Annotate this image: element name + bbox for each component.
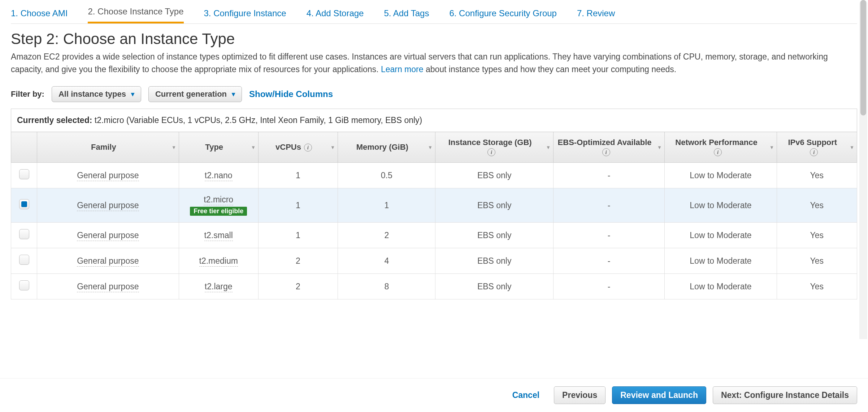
wizard-step-4[interactable]: 4. Add Storage — [307, 8, 364, 23]
cell-network: Low to Moderate — [665, 274, 777, 299]
row-checkbox[interactable] — [19, 199, 29, 209]
chevron-down-icon: ▾ — [232, 90, 235, 98]
cell-memory: 2 — [338, 223, 435, 248]
row-checkbox[interactable] — [19, 229, 29, 239]
type-text: t2.large — [205, 282, 233, 292]
cell-storage: EBS only — [435, 274, 553, 299]
scrollbar[interactable] — [859, 0, 867, 339]
row-checkbox[interactable] — [19, 280, 29, 290]
type-text: t2.medium — [199, 256, 238, 267]
wizard-step-7[interactable]: 7. Review — [577, 8, 615, 23]
info-icon[interactable]: i — [714, 148, 722, 156]
cell-ipv6: Yes — [777, 274, 857, 299]
show-hide-columns-link[interactable]: Show/Hide Columns — [249, 89, 333, 99]
cell-type: t2.nano — [179, 163, 258, 188]
cell-type: t2.microFree tier eligible — [179, 188, 258, 223]
info-icon[interactable]: i — [304, 144, 312, 152]
table-row[interactable]: General purposet2.nano10.5EBS only-Low t… — [11, 163, 857, 188]
instance-type-table: Family▾ Type▾ vCPUsi▾ Memory (GiB)▾ Inst… — [11, 132, 857, 299]
col-storage[interactable]: Instance Storage (GB)i▾ — [435, 132, 553, 163]
cell-family: General purpose — [37, 188, 179, 223]
family-text: General purpose — [77, 201, 139, 211]
free-tier-badge: Free tier eligible — [190, 207, 247, 216]
cell-ebs: - — [553, 223, 664, 248]
col-type[interactable]: Type▾ — [179, 132, 258, 163]
cell-network: Low to Moderate — [665, 188, 777, 223]
table-row[interactable]: General purposet2.medium24EBS only-Low t… — [11, 248, 857, 274]
cell-type: t2.medium — [179, 248, 258, 274]
cell-memory: 0.5 — [338, 163, 435, 188]
wizard-step-1[interactable]: 1. Choose AMI — [11, 8, 68, 23]
cell-ipv6: Yes — [777, 188, 857, 223]
cell-ebs: - — [553, 163, 664, 188]
scrollbar-thumb[interactable] — [860, 0, 866, 115]
cell-network: Low to Moderate — [665, 223, 777, 248]
cell-storage: EBS only — [435, 248, 553, 274]
row-checkbox[interactable] — [19, 169, 29, 179]
info-icon[interactable]: i — [487, 148, 495, 156]
cell-vcpus: 2 — [258, 248, 338, 274]
table-row[interactable]: General purposet2.large28EBS only-Low to… — [11, 274, 857, 299]
sort-icon: ▾ — [851, 144, 853, 150]
cell-storage: EBS only — [435, 163, 553, 188]
cell-vcpus: 2 — [258, 274, 338, 299]
type-text: t2.micro — [204, 195, 233, 205]
filter-instance-types-dropdown[interactable]: All instance types ▾ — [52, 86, 141, 102]
col-ipv6[interactable]: IPv6 Supporti▾ — [777, 132, 857, 163]
type-text: t2.nano — [205, 171, 233, 181]
info-icon[interactable]: i — [602, 148, 610, 156]
chevron-down-icon: ▾ — [131, 90, 134, 98]
table-row[interactable]: General purposet2.microFree tier eligibl… — [11, 188, 857, 223]
table-row[interactable]: General purposet2.small12EBS only-Low to… — [11, 223, 857, 248]
col-family[interactable]: Family▾ — [37, 132, 179, 163]
learn-more-link[interactable]: Learn more — [381, 65, 424, 74]
page-description: Amazon EC2 provides a wide selection of … — [11, 51, 845, 75]
cell-network: Low to Moderate — [665, 248, 777, 274]
cell-memory: 8 — [338, 274, 435, 299]
filter-generation-label: Current generation — [155, 89, 227, 99]
family-text: General purpose — [77, 231, 139, 241]
info-icon[interactable]: i — [810, 148, 818, 156]
cell-family: General purpose — [37, 163, 179, 188]
family-text: General purpose — [77, 171, 139, 181]
cell-ipv6: Yes — [777, 223, 857, 248]
filter-label: Filter by: — [11, 89, 44, 99]
row-checkbox[interactable] — [19, 255, 29, 265]
sort-icon: ▾ — [173, 144, 175, 150]
col-vcpus[interactable]: vCPUsi▾ — [258, 132, 338, 163]
wizard-step-3[interactable]: 3. Configure Instance — [204, 8, 286, 23]
wizard-step-2: 2. Choose Instance Type — [88, 6, 183, 23]
filter-instance-types-label: All instance types — [58, 89, 126, 99]
col-memory[interactable]: Memory (GiB)▾ — [338, 132, 435, 163]
col-checkbox[interactable] — [11, 132, 37, 163]
desc-text-b: about instance types and how they can me… — [424, 65, 677, 74]
cell-checkbox[interactable] — [11, 223, 37, 248]
filter-generation-dropdown[interactable]: Current generation ▾ — [148, 86, 242, 102]
cell-vcpus: 1 — [258, 188, 338, 223]
cell-family: General purpose — [37, 274, 179, 299]
cell-checkbox[interactable] — [11, 274, 37, 299]
cell-vcpus: 1 — [258, 223, 338, 248]
page-title: Step 2: Choose an Instance Type — [11, 30, 857, 48]
sort-icon: ▾ — [771, 144, 773, 150]
family-text: General purpose — [77, 256, 139, 267]
cell-checkbox[interactable] — [11, 163, 37, 188]
sort-icon: ▾ — [252, 144, 255, 150]
cell-ebs: - — [553, 274, 664, 299]
col-network[interactable]: Network Performancei▾ — [665, 132, 777, 163]
cell-ipv6: Yes — [777, 163, 857, 188]
sort-icon: ▾ — [429, 144, 431, 150]
cell-family: General purpose — [37, 248, 179, 274]
wizard-step-5[interactable]: 5. Add Tags — [384, 8, 429, 23]
cell-checkbox[interactable] — [11, 188, 37, 223]
currently-selected-label: Currently selected: — [17, 115, 92, 125]
col-ebs[interactable]: EBS-Optimized Available i▾ — [553, 132, 664, 163]
cell-family: General purpose — [37, 223, 179, 248]
cell-type: t2.small — [179, 223, 258, 248]
cell-network: Low to Moderate — [665, 163, 777, 188]
cell-checkbox[interactable] — [11, 248, 37, 274]
cell-ipv6: Yes — [777, 248, 857, 274]
sort-icon: ▾ — [658, 144, 661, 150]
sort-icon: ▾ — [331, 144, 334, 150]
wizard-step-6[interactable]: 6. Configure Security Group — [449, 8, 556, 23]
